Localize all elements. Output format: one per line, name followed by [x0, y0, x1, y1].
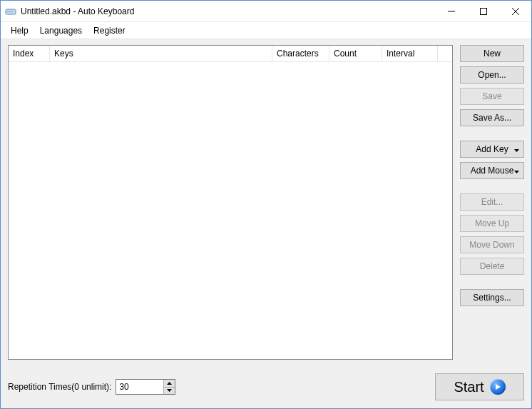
open-button[interactable]: Open... [460, 66, 524, 84]
chevron-down-icon [514, 166, 519, 176]
svg-rect-5 [480, 8, 486, 14]
bottom-row: Repetition Times(0 unlimit): Start [8, 373, 524, 401]
delete-button-label: Delete [480, 261, 505, 271]
new-button-label: New [484, 49, 501, 59]
main-row: Index Keys Characters Count Interval New… [8, 45, 524, 360]
window-title: Untitled.akbd - Auto Keyboard [21, 6, 435, 16]
play-icon [490, 379, 506, 395]
menubar: Help Languages Register [1, 22, 531, 39]
col-interval[interactable]: Interval [382, 46, 438, 61]
table-header: Index Keys Characters Count Interval [9, 46, 452, 62]
save-as-button[interactable]: Save As... [460, 109, 524, 126]
minimize-button[interactable] [435, 1, 467, 21]
action-table[interactable]: Index Keys Characters Count Interval [8, 45, 453, 360]
start-button[interactable]: Start [435, 373, 524, 400]
repetition-input[interactable] [116, 380, 163, 394]
titlebar: Untitled.akbd - Auto Keyboard [1, 1, 531, 22]
repetition-group: Repetition Times(0 unlimit): [8, 379, 175, 395]
svg-point-1 [7, 11, 9, 12]
move-down-button-label: Move Down [469, 240, 514, 250]
window-controls [435, 1, 531, 21]
col-count[interactable]: Count [329, 46, 382, 61]
menu-languages[interactable]: Languages [34, 24, 88, 38]
move-down-button: Move Down [460, 236, 524, 253]
spin-down-button[interactable] [164, 387, 175, 395]
open-button-label: Open... [478, 70, 506, 80]
save-button: Save [460, 88, 524, 105]
table-body [9, 62, 452, 359]
svg-marker-11 [167, 389, 172, 392]
col-index[interactable]: Index [9, 46, 50, 61]
new-button[interactable]: New [460, 45, 524, 62]
svg-marker-8 [514, 149, 519, 152]
col-keys[interactable]: Keys [50, 46, 272, 61]
delete-button: Delete [460, 258, 524, 275]
start-button-label: Start [454, 379, 484, 395]
settings-button[interactable]: Settings... [460, 289, 524, 306]
app-icon [5, 6, 16, 17]
close-button[interactable] [499, 1, 531, 21]
add-key-button[interactable]: Add Key [460, 141, 524, 158]
client-area: Index Keys Characters Count Interval New… [1, 39, 531, 408]
svg-marker-10 [167, 382, 172, 385]
repetition-label: Repetition Times(0 unlimit): [8, 382, 111, 392]
add-mouse-button[interactable]: Add Mouse [460, 162, 524, 179]
spacer [460, 183, 524, 189]
col-characters[interactable]: Characters [272, 46, 329, 61]
edit-button: Edit... [460, 193, 524, 211]
edit-button-label: Edit... [481, 197, 503, 207]
menu-register[interactable]: Register [88, 24, 131, 38]
repetition-spinner[interactable] [116, 379, 175, 395]
svg-point-2 [9, 11, 11, 12]
menu-help[interactable]: Help [5, 24, 34, 38]
move-up-button-label: Move Up [475, 218, 509, 228]
col-spacer [438, 46, 452, 61]
save-button-label: Save [482, 91, 501, 101]
svg-rect-0 [6, 9, 16, 14]
spin-up-button[interactable] [164, 380, 175, 387]
svg-marker-12 [496, 384, 501, 390]
side-buttons: New Open... Save Save As... Add Key Add … [460, 45, 524, 360]
settings-button-label: Settings... [473, 293, 511, 303]
maximize-button[interactable] [467, 1, 499, 21]
svg-marker-9 [514, 171, 519, 173]
save-as-button-label: Save As... [473, 113, 511, 123]
add-key-button-label: Add Key [476, 144, 508, 154]
chevron-down-icon [514, 144, 519, 154]
svg-point-3 [11, 11, 13, 12]
spacer [460, 279, 524, 285]
move-up-button: Move Up [460, 215, 524, 232]
spin-buttons [163, 380, 175, 394]
spacer [460, 131, 524, 136]
add-mouse-button-label: Add Mouse [471, 166, 514, 176]
